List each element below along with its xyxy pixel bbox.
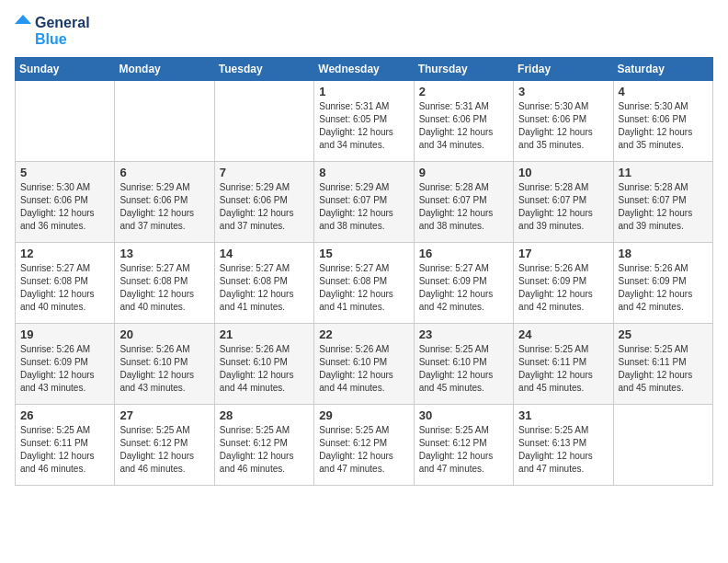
day-info: Sunrise: 5:25 AM Sunset: 6:12 PM Dayligh… xyxy=(119,424,209,476)
calendar-cell xyxy=(613,405,712,486)
day-number: 26 xyxy=(20,408,109,422)
day-number: 8 xyxy=(319,166,408,179)
calendar-cell: 1Sunrise: 5:31 AM Sunset: 6:05 PM Daylig… xyxy=(314,81,414,162)
day-header-thursday: Thursday xyxy=(414,58,513,81)
logo-line1: General xyxy=(35,15,90,31)
day-info: Sunrise: 5:25 AM Sunset: 6:11 PM Dayligh… xyxy=(619,343,708,395)
calendar-cell: 17Sunrise: 5:26 AM Sunset: 6:09 PM Dayli… xyxy=(514,243,613,324)
day-info: Sunrise: 5:29 AM Sunset: 6:07 PM Dayligh… xyxy=(319,181,408,233)
week-row-3: 12Sunrise: 5:27 AM Sunset: 6:08 PM Dayli… xyxy=(16,243,713,324)
day-header-monday: Monday xyxy=(115,58,214,81)
day-number: 5 xyxy=(20,166,109,179)
calendar-cell: 28Sunrise: 5:25 AM Sunset: 6:12 PM Dayli… xyxy=(214,405,313,486)
days-header-row: SundayMondayTuesdayWednesdayThursdayFrid… xyxy=(16,58,713,81)
day-number: 12 xyxy=(20,247,109,260)
day-info: Sunrise: 5:25 AM Sunset: 6:12 PM Dayligh… xyxy=(419,424,508,476)
calendar-cell xyxy=(214,81,313,162)
day-info: Sunrise: 5:31 AM Sunset: 6:05 PM Dayligh… xyxy=(319,100,408,152)
day-number: 25 xyxy=(619,327,708,341)
calendar-cell: 24Sunrise: 5:25 AM Sunset: 6:11 PM Dayli… xyxy=(514,324,613,405)
day-info: Sunrise: 5:28 AM Sunset: 6:07 PM Dayligh… xyxy=(619,181,708,233)
day-info: Sunrise: 5:30 AM Sunset: 6:06 PM Dayligh… xyxy=(619,100,708,152)
day-info: Sunrise: 5:28 AM Sunset: 6:07 PM Dayligh… xyxy=(419,181,508,233)
day-number: 15 xyxy=(319,247,408,260)
day-number: 24 xyxy=(518,327,608,341)
day-header-sunday: Sunday xyxy=(16,58,115,81)
week-row-2: 5Sunrise: 5:30 AM Sunset: 6:06 PM Daylig… xyxy=(16,162,713,243)
calendar-cell: 8Sunrise: 5:29 AM Sunset: 6:07 PM Daylig… xyxy=(314,162,414,243)
day-number: 22 xyxy=(319,327,408,341)
day-number: 6 xyxy=(119,166,209,179)
day-number: 2 xyxy=(419,85,508,98)
calendar-cell: 21Sunrise: 5:26 AM Sunset: 6:10 PM Dayli… xyxy=(214,324,313,405)
day-number: 13 xyxy=(119,247,209,260)
calendar-cell: 16Sunrise: 5:27 AM Sunset: 6:09 PM Dayli… xyxy=(414,243,513,324)
calendar-cell: 26Sunrise: 5:25 AM Sunset: 6:11 PM Dayli… xyxy=(16,405,115,486)
day-number: 23 xyxy=(419,327,508,341)
day-number: 4 xyxy=(619,85,708,98)
day-info: Sunrise: 5:30 AM Sunset: 6:06 PM Dayligh… xyxy=(20,181,109,233)
svg-marker-0 xyxy=(15,15,31,24)
day-number: 31 xyxy=(518,408,608,422)
day-info: Sunrise: 5:27 AM Sunset: 6:08 PM Dayligh… xyxy=(220,262,309,314)
day-header-tuesday: Tuesday xyxy=(214,58,313,81)
day-info: Sunrise: 5:27 AM Sunset: 6:09 PM Dayligh… xyxy=(419,262,508,314)
day-info: Sunrise: 5:27 AM Sunset: 6:08 PM Dayligh… xyxy=(20,262,109,314)
day-number: 16 xyxy=(419,247,508,260)
day-number: 14 xyxy=(220,247,309,260)
calendar-cell: 31Sunrise: 5:25 AM Sunset: 6:13 PM Dayli… xyxy=(514,405,613,486)
day-number: 28 xyxy=(220,408,309,422)
day-info: Sunrise: 5:29 AM Sunset: 6:06 PM Dayligh… xyxy=(220,181,309,233)
day-info: Sunrise: 5:27 AM Sunset: 6:08 PM Dayligh… xyxy=(119,262,209,314)
day-info: Sunrise: 5:25 AM Sunset: 6:10 PM Dayligh… xyxy=(419,343,508,395)
day-number: 27 xyxy=(119,408,209,422)
page-header: General Blue xyxy=(15,15,713,48)
day-info: Sunrise: 5:26 AM Sunset: 6:09 PM Dayligh… xyxy=(518,262,608,314)
day-number: 18 xyxy=(619,247,708,260)
calendar-cell: 13Sunrise: 5:27 AM Sunset: 6:08 PM Dayli… xyxy=(115,243,214,324)
day-info: Sunrise: 5:27 AM Sunset: 6:08 PM Dayligh… xyxy=(319,262,408,314)
calendar-cell: 2Sunrise: 5:31 AM Sunset: 6:06 PM Daylig… xyxy=(414,81,513,162)
day-number: 17 xyxy=(518,247,608,260)
calendar-cell: 30Sunrise: 5:25 AM Sunset: 6:12 PM Dayli… xyxy=(414,405,513,486)
calendar-cell: 25Sunrise: 5:25 AM Sunset: 6:11 PM Dayli… xyxy=(613,324,712,405)
day-header-wednesday: Wednesday xyxy=(314,58,414,81)
logo-text: General Blue xyxy=(35,15,90,47)
day-info: Sunrise: 5:28 AM Sunset: 6:07 PM Dayligh… xyxy=(518,181,608,233)
day-header-friday: Friday xyxy=(514,58,613,81)
calendar-cell: 27Sunrise: 5:25 AM Sunset: 6:12 PM Dayli… xyxy=(115,405,214,486)
logo: General Blue xyxy=(15,15,90,48)
calendar-cell: 7Sunrise: 5:29 AM Sunset: 6:06 PM Daylig… xyxy=(214,162,313,243)
week-row-5: 26Sunrise: 5:25 AM Sunset: 6:11 PM Dayli… xyxy=(16,405,713,486)
calendar-cell: 9Sunrise: 5:28 AM Sunset: 6:07 PM Daylig… xyxy=(414,162,513,243)
calendar-cell: 18Sunrise: 5:26 AM Sunset: 6:09 PM Dayli… xyxy=(613,243,712,324)
calendar-cell xyxy=(115,81,214,162)
calendar-cell: 3Sunrise: 5:30 AM Sunset: 6:06 PM Daylig… xyxy=(514,81,613,162)
calendar-cell: 23Sunrise: 5:25 AM Sunset: 6:10 PM Dayli… xyxy=(414,324,513,405)
day-number: 20 xyxy=(119,327,209,341)
day-info: Sunrise: 5:25 AM Sunset: 6:12 PM Dayligh… xyxy=(220,424,309,476)
calendar-cell: 20Sunrise: 5:26 AM Sunset: 6:10 PM Dayli… xyxy=(115,324,214,405)
logo: General Blue xyxy=(15,15,90,48)
day-number: 30 xyxy=(419,408,508,422)
day-number: 3 xyxy=(518,85,608,98)
day-info: Sunrise: 5:26 AM Sunset: 6:09 PM Dayligh… xyxy=(20,343,109,395)
day-number: 19 xyxy=(20,327,109,341)
logo-triangle-icon xyxy=(15,15,31,48)
day-info: Sunrise: 5:25 AM Sunset: 6:13 PM Dayligh… xyxy=(518,424,608,476)
calendar-cell: 12Sunrise: 5:27 AM Sunset: 6:08 PM Dayli… xyxy=(16,243,115,324)
day-info: Sunrise: 5:30 AM Sunset: 6:06 PM Dayligh… xyxy=(518,100,608,152)
day-header-saturday: Saturday xyxy=(613,58,712,81)
week-row-4: 19Sunrise: 5:26 AM Sunset: 6:09 PM Dayli… xyxy=(16,324,713,405)
day-number: 29 xyxy=(319,408,408,422)
day-number: 11 xyxy=(619,166,708,179)
day-number: 9 xyxy=(419,166,508,179)
day-info: Sunrise: 5:25 AM Sunset: 6:12 PM Dayligh… xyxy=(319,424,408,476)
day-info: Sunrise: 5:31 AM Sunset: 6:06 PM Dayligh… xyxy=(419,100,508,152)
day-number: 10 xyxy=(518,166,608,179)
day-info: Sunrise: 5:26 AM Sunset: 6:10 PM Dayligh… xyxy=(220,343,309,395)
calendar-cell xyxy=(16,81,115,162)
calendar-cell: 11Sunrise: 5:28 AM Sunset: 6:07 PM Dayli… xyxy=(613,162,712,243)
day-info: Sunrise: 5:25 AM Sunset: 6:11 PM Dayligh… xyxy=(518,343,608,395)
calendar-cell: 4Sunrise: 5:30 AM Sunset: 6:06 PM Daylig… xyxy=(613,81,712,162)
